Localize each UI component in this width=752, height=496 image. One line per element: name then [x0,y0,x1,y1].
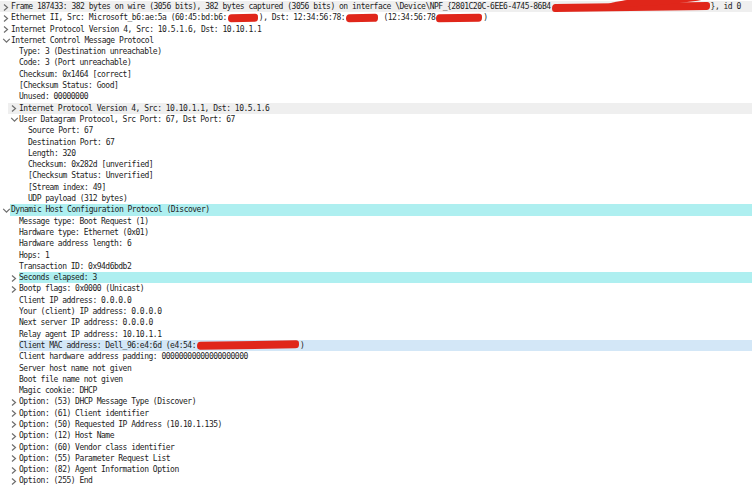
field-text: Hops: 1 [19,251,49,260]
chevron-down-icon[interactable] [2,206,11,215]
field-text: Option: (60) Vendor class identifier [19,443,174,452]
packet-tree-row[interactable]: Option: (50) Requested IP Address (10.10… [0,419,752,430]
packet-tree-row[interactable]: Dynamic Host Configuration Protocol (Dis… [0,204,752,215]
field-text: Ethernet II, Src: Microsoft_b6:ae:5a (60… [11,13,227,22]
field-text: Option: (255) End [19,476,92,485]
field-text: Hardware address length: 6 [19,239,131,248]
field-text: Destination Port: 67 [28,138,114,147]
field-text: ) [300,341,304,350]
field-text: Option: (50) Requested IP Address (10.10… [19,420,222,429]
packet-tree-row[interactable]: Source Port: 67 [0,125,752,136]
packet-tree-row[interactable]: Type: 3 (Destination unreachable) [0,46,752,57]
packet-tree-row[interactable]: Code: 3 (Port unreachable) [0,57,752,68]
field-text: Client hardware address padding: 0000000… [19,352,248,361]
packet-tree-row[interactable]: Option: (53) DHCP Message Type (Discover… [0,396,752,407]
packet-tree-row[interactable]: Client MAC address: Dell_96:e4:6d (e4:54… [0,340,752,351]
chevron-right-icon[interactable] [2,3,11,12]
chevron-right-icon[interactable] [10,398,19,407]
field-text: Option: (53) DHCP Message Type (Discover… [19,397,196,406]
packet-tree-row[interactable]: Internet Control Message Protocol [0,35,752,46]
packet-tree-row[interactable]: Unused: 00000000 [0,91,752,102]
packet-tree-row[interactable]: Checksum: 0x1464 [correct] [0,69,752,80]
packet-tree-row[interactable]: Your (client) IP address: 0.0.0.0 [0,306,752,317]
field-text: Transaction ID: 0x94d6bdb2 [19,262,131,271]
chevron-right-icon[interactable] [10,285,19,294]
field-text: Magic cookie: DHCP [19,386,97,395]
chevron-right-icon[interactable] [10,466,19,475]
field-text: Unused: 00000000 [19,92,88,101]
packet-tree-row[interactable]: UDP payload (312 bytes) [0,193,752,204]
packet-tree-row[interactable]: Checksum: 0x282d [unverified] [0,159,752,170]
chevron-right-icon[interactable] [10,477,19,486]
field-text: Client IP address: 0.0.0.0 [19,296,131,305]
field-text: Option: (61) Client identifier [19,409,149,418]
redaction-mark [228,14,258,22]
packet-tree-row[interactable]: Client IP address: 0.0.0.0 [0,295,752,306]
packet-tree-row[interactable]: Destination Port: 67 [0,137,752,148]
packet-tree-row[interactable]: Seconds elapsed: 3 [0,272,752,283]
packet-tree-row[interactable]: Message type: Boot Request (1) [0,216,752,227]
field-text: ) [483,13,487,22]
chevron-right-icon[interactable] [10,420,19,429]
field-text: Code: 3 (Port unreachable) [19,58,131,67]
field-text: Your (client) IP address: 0.0.0.0 [19,307,161,316]
packet-tree-row[interactable]: Transaction ID: 0x94d6bdb2 [0,261,752,272]
packet-tree-row[interactable]: Magic cookie: DHCP [0,385,752,396]
chevron-right-icon[interactable] [10,454,19,463]
packet-tree-row[interactable]: Ethernet II, Src: Microsoft_b6:ae:5a (60… [0,12,752,23]
packet-tree-row[interactable]: Option: (82) Agent Information Option [0,464,752,475]
redaction-mark [346,14,378,22]
field-text: Message type: Boot Request (1) [19,217,149,226]
packet-tree-row[interactable]: Relay agent IP address: 10.10.1.1 [0,329,752,340]
field-text: Seconds elapsed: 3 [19,273,97,282]
packet-tree-row[interactable]: Next server IP address: 0.0.0.0 [0,317,752,328]
field-text: (12:34:56:78 [379,13,435,22]
packet-tree-row[interactable]: Option: (60) Vendor class identifier [0,442,752,453]
field-text: Frame 187433: 382 bytes on wire (3056 bi… [11,2,551,11]
packet-tree-row[interactable]: [Checksum Status: Good] [0,80,752,91]
chevron-right-icon[interactable] [10,409,19,418]
field-text: Checksum: 0x1464 [correct] [19,70,131,79]
field-text: Source Port: 67 [28,126,93,135]
field-text: UDP payload (312 bytes) [28,194,127,203]
redaction-mark [436,13,482,22]
field-text: Length: 320 [28,149,75,158]
chevron-right-icon[interactable] [10,432,19,441]
packet-tree-row[interactable]: Hops: 1 [0,250,752,261]
packet-tree-row[interactable]: Hardware type: Ethernet (0x01) [0,227,752,238]
packet-tree-row[interactable]: [Stream index: 49] [0,182,752,193]
field-text: Checksum: 0x282d [unverified] [28,160,153,169]
field-text: }, id 0 [711,2,741,11]
field-text: Hardware type: Ethernet (0x01) [19,228,149,237]
packet-tree-row[interactable]: Internet Protocol Version 4, Src: 10.5.1… [0,24,752,35]
chevron-right-icon[interactable] [10,274,19,283]
chevron-right-icon[interactable] [2,25,11,34]
field-text: Option: (55) Parameter Request List [19,454,170,463]
packet-tree-row[interactable]: Option: (255) End [0,475,752,486]
packet-tree-row[interactable]: Option: (12) Host Name [0,430,752,441]
packet-tree-row[interactable]: Bootp flags: 0x0000 (Unicast) [0,283,752,294]
field-text: [Stream index: 49] [28,183,106,192]
field-text: Relay agent IP address: 10.10.1.1 [19,330,161,339]
chevron-right-icon[interactable] [2,14,11,23]
chevron-right-icon[interactable] [10,104,19,113]
field-text: Server host name not given [19,364,131,373]
packet-tree-row[interactable]: [Checksum Status: Unverified] [0,170,752,181]
packet-tree-row[interactable]: Boot file name not given [0,374,752,385]
field-text: Option: (12) Host Name [19,431,114,440]
chevron-down-icon[interactable] [2,36,11,45]
packet-tree-row[interactable]: Server host name not given [0,363,752,374]
packet-tree-row[interactable]: User Datagram Protocol, Src Port: 67, Ds… [0,114,752,125]
packet-tree-row[interactable]: Internet Protocol Version 4, Src: 10.10.… [0,103,752,114]
chevron-right-icon[interactable] [10,443,19,452]
chevron-down-icon[interactable] [10,115,19,124]
field-text: Boot file name not given [19,375,123,384]
packet-details-pane[interactable]: Frame 187433: 382 bytes on wire (3056 bi… [0,0,752,496]
packet-tree-row[interactable]: Option: (61) Client identifier [0,408,752,419]
packet-tree-row[interactable]: Option: (55) Parameter Request List [0,453,752,464]
packet-tree-row[interactable]: Length: 320 [0,148,752,159]
field-text: Internet Protocol Version 4, Src: 10.5.1… [11,25,261,34]
field-text: Bootp flags: 0x0000 (Unicast) [19,284,144,293]
packet-tree-row[interactable]: Client hardware address padding: 0000000… [0,351,752,362]
packet-tree-row[interactable]: Hardware address length: 6 [0,238,752,249]
